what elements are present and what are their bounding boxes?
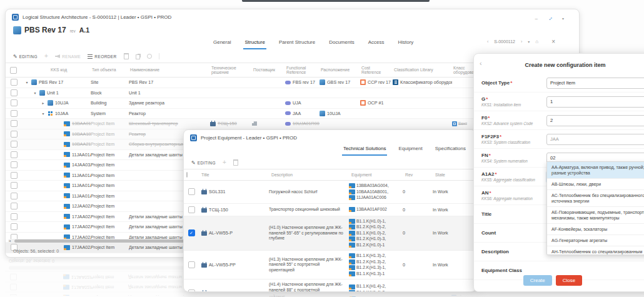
equipment-row[interactable]: ТСЩ-150Транспортер секционный шнековый13… [184, 204, 476, 216]
row-checkbox[interactable] [11, 120, 18, 127]
eq-tab-specifications[interactable]: Specifications [434, 143, 467, 156]
f0-input[interactable]: 2 [546, 115, 644, 126]
column-header-state[interactable]: State [433, 173, 476, 177]
tab-general[interactable]: General [212, 37, 232, 49]
column-header-cost-reference[interactable]: Cost Reference [360, 64, 393, 76]
nav-object-id[interactable]: S-0000112 [494, 39, 515, 44]
dropdown-option[interactable]: АС-Теплообменник без специализированного… [547, 190, 644, 207]
column-header-classification-library[interactable]: Classification Library [393, 66, 452, 74]
table-row[interactable]: 17JAA02AA012Project ItemДетали закладные… [5, 292, 568, 296]
scroll-left-icon[interactable]: ◂ [9, 238, 11, 243]
nav-next-icon[interactable]: › [521, 39, 522, 44]
editing-button[interactable]: ✎EDITING [13, 54, 38, 59]
create-button[interactable]: Create [523, 275, 552, 286]
tab-history[interactable]: History [396, 37, 415, 49]
equipment-row[interactable]: SGL331Погружной насос Schlurf13BBA03AG00… [184, 181, 476, 204]
refresh-button[interactable] [147, 54, 152, 59]
equipment-titlebar[interactable]: Project Equipment - Leader • GSPI • PROD [184, 130, 476, 143]
main-titlebar[interactable]: Logical Structure Architecture - S-00001… [6, 9, 579, 23]
row-checkbox[interactable] [11, 151, 18, 158]
row-checkbox[interactable] [11, 99, 18, 106]
column-header-наименование[interactable]: Наименование [129, 66, 210, 74]
add-button[interactable]: + [44, 54, 48, 58]
row-checkbox[interactable] [188, 289, 195, 293]
window-menu-icon[interactable]: ▾ [562, 16, 564, 21]
cell-kks: 12JAA02AA002 [22, 203, 91, 209]
row-checkbox[interactable] [11, 79, 18, 86]
delete-button[interactable] [124, 53, 129, 59]
nav-dropdown-icon[interactable]: ▾ [528, 39, 530, 44]
eq-tab-technical-solutions[interactable]: Technical Solutions [342, 143, 387, 156]
row-checkbox[interactable] [11, 193, 18, 199]
row-checkbox[interactable] [11, 131, 18, 138]
row-checkbox[interactable] [188, 206, 195, 213]
cube-icon [39, 90, 45, 96]
rename-button[interactable]: RENAME [55, 54, 81, 59]
row-checkbox[interactable] [11, 110, 18, 117]
tab-parent-structure[interactable]: Parent Structure [278, 37, 316, 49]
home-icon[interactable]: ⌂ [535, 39, 538, 44]
dropdown-option[interactable]: АЕ-Поворачивающие, подъемные, транспортн… [547, 207, 644, 224]
row-checkbox[interactable] [11, 223, 18, 230]
equipment-row[interactable]: AL-VW55-PP(H1.3) Настенное крепление для… [184, 251, 476, 279]
select-all-checkbox[interactable] [10, 67, 17, 74]
dropdown-option[interactable]: AG-Генераторные агрегаты [547, 235, 644, 246]
dropdown-option[interactable]: АН-Теплообменник со специализированным и… [547, 246, 644, 255]
close-icon[interactable]: × [551, 38, 555, 45]
column-header-расположение[interactable]: Расположение [319, 66, 360, 74]
cell-select [6, 89, 22, 96]
select-all-checkbox[interactable] [186, 172, 188, 178]
row-checkbox[interactable] [11, 161, 18, 168]
nav-prev-icon[interactable]: ‹ [487, 39, 488, 44]
project-item-icon [349, 231, 355, 236]
f1f2f3-input[interactable]: JAA [546, 134, 644, 145]
expander-icon[interactable]: ▾ [33, 91, 38, 95]
tab-access[interactable]: Access [367, 37, 386, 49]
row-checkbox[interactable] [10, 294, 17, 296]
column-header-description[interactable]: Description [269, 173, 349, 177]
row-checkbox[interactable] [10, 273, 17, 280]
reorder-button[interactable]: REORDER [88, 54, 116, 59]
expander-icon[interactable]: ▾ [41, 111, 46, 116]
column-header-kks-код[interactable]: KKS код [22, 66, 91, 74]
row-checkbox[interactable] [188, 261, 195, 268]
row-checkbox[interactable] [11, 213, 18, 220]
column-header-поставщик[interactable]: Поставщик [252, 66, 285, 74]
row-checkbox[interactable] [11, 141, 18, 148]
row-checkbox[interactable] [10, 284, 17, 291]
expand-icon[interactable]: ↔ [546, 14, 554, 22]
copy-button[interactable] [136, 53, 140, 59]
editing-button[interactable]: ✎EDITING [191, 160, 216, 166]
collapse-panel-icon[interactable]: ‹ [480, 59, 482, 67]
equipment-row[interactable]: AL-VW98-PP(H1.4) Настенное крепление для… [184, 291, 472, 297]
column-header-functional-reference[interactable]: Functional Reference [285, 64, 319, 76]
g-input[interactable]: 1 [546, 96, 644, 108]
expander-icon[interactable]: ▸ [41, 101, 46, 105]
column-header-equipment[interactable]: Equipment [349, 173, 403, 177]
equipment-row[interactable]: ✓AL-VW55-P(H1.0) Настенное крепление для… [184, 216, 476, 251]
row-checkbox[interactable] [188, 188, 195, 195]
row-checkbox[interactable] [11, 182, 18, 189]
eq-tab-equipment[interactable]: Equipment [397, 143, 423, 156]
kks-code: Unit 1 [47, 90, 59, 96]
row-checkbox[interactable] [11, 203, 18, 209]
object-type-input[interactable]: Project Item [546, 78, 644, 89]
dropdown-option[interactable]: АА-Арматура, включая привод, также ручно… [547, 162, 644, 179]
column-header-title[interactable]: Title [199, 173, 269, 177]
column-header-rev[interactable]: Rev [403, 173, 433, 177]
tab-structure[interactable]: Structure [243, 37, 266, 49]
row-checkbox[interactable]: ✓ [188, 229, 195, 236]
row-checkbox[interactable] [11, 172, 18, 179]
expander-icon[interactable]: ▾ [24, 80, 29, 84]
minimize-icon[interactable]: – [535, 16, 538, 21]
close-button[interactable]: Close [556, 275, 582, 286]
tab-documents[interactable]: Documents [328, 37, 355, 49]
equipment-row[interactable]: AL-VW98-PP(H1.4) Настенное крепление для… [184, 279, 476, 292]
column-header-тип-объекта[interactable]: Тип объекта [91, 66, 129, 74]
dropdown-option[interactable]: АВ-Шлюзы, люки, двери [547, 179, 644, 190]
column-header-техническое-решение[interactable]: Техническое решение [210, 64, 252, 76]
add-button[interactable]: + [223, 161, 226, 164]
row-checkbox[interactable] [11, 89, 18, 96]
dropdown-option[interactable]: AF-Конвейеры, эскалаторы [547, 224, 644, 235]
delete-button[interactable] [233, 159, 238, 166]
